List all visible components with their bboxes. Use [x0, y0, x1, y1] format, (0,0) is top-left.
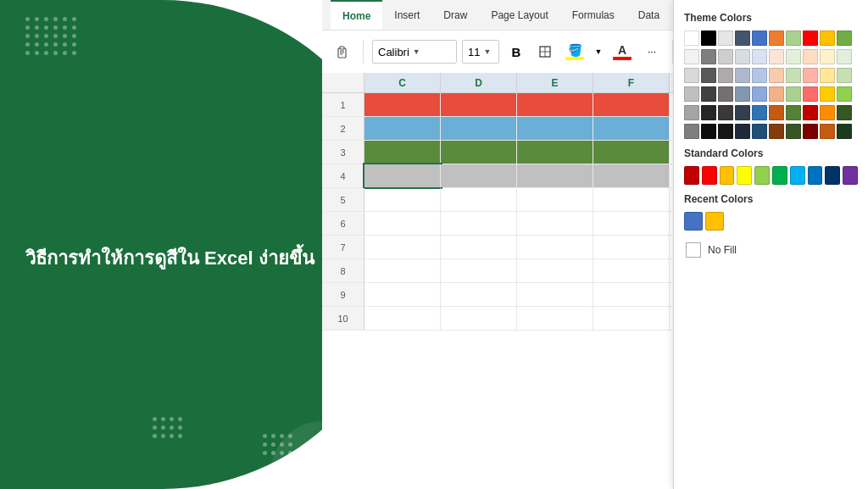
- theme-color-swatch[interactable]: [820, 49, 835, 64]
- theme-color-swatch[interactable]: [752, 124, 767, 139]
- theme-color-swatch[interactable]: [701, 86, 716, 102]
- border-button[interactable]: [533, 40, 557, 64]
- theme-color-swatch[interactable]: [803, 86, 818, 102]
- tab-data[interactable]: Data: [626, 0, 671, 30]
- cell-e3[interactable]: [517, 141, 593, 164]
- theme-color-swatch[interactable]: [684, 86, 699, 102]
- theme-color-swatch[interactable]: [718, 31, 733, 46]
- theme-color-swatch[interactable]: [718, 105, 733, 120]
- tab-page-layout[interactable]: Page Layout: [479, 0, 559, 30]
- standard-color-swatch[interactable]: [702, 166, 717, 185]
- cell-c4[interactable]: [364, 164, 441, 187]
- theme-color-swatch[interactable]: [718, 124, 733, 139]
- theme-color-swatch[interactable]: [786, 68, 801, 83]
- cell-f3[interactable]: [593, 141, 670, 164]
- theme-color-swatch[interactable]: [684, 124, 699, 139]
- cell-d3[interactable]: [441, 141, 517, 164]
- standard-color-swatch[interactable]: [772, 166, 787, 185]
- cell-e1[interactable]: [517, 93, 593, 116]
- standard-color-swatch[interactable]: [684, 166, 699, 185]
- theme-color-swatch[interactable]: [701, 49, 716, 64]
- standard-color-swatch[interactable]: [737, 166, 752, 185]
- theme-color-swatch[interactable]: [735, 124, 750, 139]
- theme-color-swatch[interactable]: [786, 31, 801, 46]
- theme-color-swatch[interactable]: [837, 68, 852, 83]
- more-options-button[interactable]: ···: [640, 40, 664, 64]
- theme-color-swatch[interactable]: [820, 105, 835, 120]
- theme-color-swatch[interactable]: [786, 49, 801, 64]
- standard-color-swatch[interactable]: [808, 166, 823, 185]
- cell-d2[interactable]: [441, 117, 517, 140]
- theme-color-swatch[interactable]: [701, 31, 716, 46]
- theme-color-swatch[interactable]: [769, 86, 784, 102]
- theme-color-swatch[interactable]: [769, 124, 784, 139]
- font-selector[interactable]: Calibri ▼: [372, 40, 457, 64]
- theme-color-swatch[interactable]: [718, 68, 733, 83]
- cell-e2[interactable]: [517, 117, 593, 140]
- theme-color-swatch[interactable]: [735, 68, 750, 83]
- theme-color-swatch[interactable]: [735, 86, 750, 102]
- theme-color-swatch[interactable]: [752, 86, 767, 102]
- theme-color-swatch[interactable]: [718, 49, 733, 64]
- tab-home[interactable]: Home: [331, 0, 382, 30]
- theme-color-swatch[interactable]: [752, 31, 767, 46]
- standard-color-swatch[interactable]: [843, 166, 858, 185]
- theme-color-swatch[interactable]: [803, 124, 818, 139]
- theme-color-swatch[interactable]: [769, 68, 784, 83]
- theme-color-swatch[interactable]: [820, 124, 835, 139]
- standard-color-swatch[interactable]: [790, 166, 805, 185]
- tab-insert[interactable]: Insert: [382, 0, 431, 30]
- theme-color-swatch[interactable]: [752, 68, 767, 83]
- standard-color-swatch[interactable]: [825, 166, 840, 185]
- theme-color-swatch[interactable]: [803, 31, 818, 46]
- theme-color-swatch[interactable]: [837, 124, 852, 139]
- paste-button[interactable]: [331, 40, 354, 64]
- cell-f1[interactable]: [593, 93, 670, 116]
- cell-c2[interactable]: [364, 117, 441, 140]
- theme-color-swatch[interactable]: [820, 86, 835, 102]
- fill-color-button[interactable]: 🪣: [562, 42, 587, 62]
- theme-color-swatch[interactable]: [684, 68, 699, 83]
- cell-f2[interactable]: [593, 117, 670, 140]
- cell-c3[interactable]: [364, 141, 441, 164]
- recent-color-swatch[interactable]: [684, 212, 703, 231]
- theme-color-swatch[interactable]: [769, 105, 784, 120]
- theme-color-swatch[interactable]: [701, 124, 716, 139]
- theme-color-swatch[interactable]: [684, 31, 699, 46]
- cell-d1[interactable]: [441, 93, 517, 116]
- theme-color-swatch[interactable]: [837, 31, 852, 46]
- theme-color-swatch[interactable]: [786, 86, 801, 102]
- theme-color-swatch[interactable]: [769, 49, 784, 64]
- theme-color-swatch[interactable]: [820, 31, 835, 46]
- theme-color-swatch[interactable]: [803, 49, 818, 64]
- theme-color-swatch[interactable]: [837, 86, 852, 102]
- cell-c1[interactable]: [364, 93, 441, 116]
- theme-color-swatch[interactable]: [820, 68, 835, 83]
- font-color-button[interactable]: A: [609, 42, 635, 62]
- theme-color-swatch[interactable]: [684, 49, 699, 64]
- theme-color-swatch[interactable]: [718, 86, 733, 102]
- tab-draw[interactable]: Draw: [431, 0, 479, 30]
- theme-color-swatch[interactable]: [803, 105, 818, 120]
- theme-color-swatch[interactable]: [735, 31, 750, 46]
- standard-color-swatch[interactable]: [720, 166, 735, 185]
- theme-color-swatch[interactable]: [786, 124, 801, 139]
- theme-color-swatch[interactable]: [837, 49, 852, 64]
- cell-f4[interactable]: [593, 164, 670, 187]
- standard-color-swatch[interactable]: [754, 166, 770, 185]
- theme-color-swatch[interactable]: [701, 105, 716, 120]
- theme-color-swatch[interactable]: [837, 105, 852, 120]
- fill-color-dropdown[interactable]: ▼: [593, 40, 604, 64]
- theme-color-swatch[interactable]: [752, 49, 767, 64]
- theme-color-swatch[interactable]: [735, 49, 750, 64]
- tab-formulas[interactable]: Formulas: [560, 0, 626, 30]
- theme-color-swatch[interactable]: [752, 105, 767, 120]
- theme-color-swatch[interactable]: [803, 68, 818, 83]
- recent-color-swatch[interactable]: [705, 212, 724, 231]
- theme-color-swatch[interactable]: [701, 68, 716, 83]
- no-fill-option[interactable]: No Fill: [684, 239, 858, 261]
- font-size-selector[interactable]: 11 ▼: [462, 40, 499, 64]
- theme-color-swatch[interactable]: [735, 105, 750, 120]
- bold-button[interactable]: B: [504, 40, 528, 64]
- theme-color-swatch[interactable]: [684, 105, 699, 120]
